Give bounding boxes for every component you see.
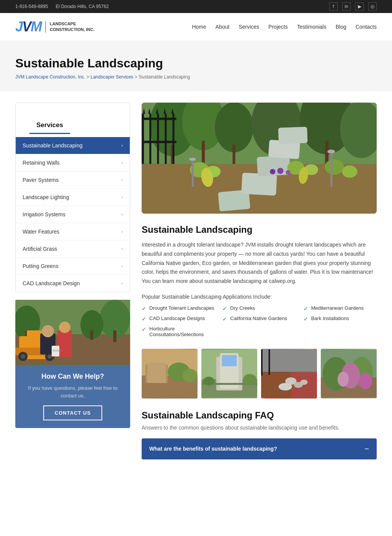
nav-blog[interactable]: Blog (336, 24, 346, 30)
svg-point-73 (270, 169, 275, 174)
menu-item-irrigation-systems[interactable]: Irrigation Systems › (16, 206, 130, 223)
facebook-icon[interactable]: f (329, 2, 338, 11)
menu-item-label: Water Features (23, 229, 59, 235)
popular-title: Popular Sustainable Landscaping Applicat… (142, 294, 377, 300)
logo-company-name: LANDSCAPECONSTRUCTION, INC. (45, 21, 95, 33)
gallery-image-4[interactable] (321, 349, 377, 399)
linkedin-icon[interactable]: in (342, 2, 351, 11)
svg-point-68 (189, 158, 196, 161)
nav-services[interactable]: Services (238, 24, 259, 30)
check-icon: ✓ (142, 326, 146, 332)
check-label: Dry Creeks (230, 305, 255, 311)
check-item-2: ✓ Dry Creeks (222, 305, 296, 312)
svg-rect-96 (268, 350, 270, 375)
menu-item-putting-greens[interactable]: Putting Greens › (16, 258, 130, 275)
nav-home[interactable]: Home (192, 24, 206, 30)
svg-point-93 (279, 383, 292, 390)
check-item-3: ✓ Mediterranean Gardens (304, 305, 377, 312)
check-item-4: ✓ CAD Landscape Designs (142, 315, 215, 322)
checklist: ✓ Drought Tolerant Landscapes ✓ Dry Cree… (142, 305, 377, 337)
check-label: California Native Gardens (230, 315, 287, 321)
svg-point-13 (47, 354, 52, 359)
check-item-6: ✓ Bark Installations (304, 315, 377, 322)
menu-item-label: Putting Greens (23, 263, 58, 269)
svg-point-94 (300, 380, 307, 385)
check-icon: ✓ (142, 306, 146, 312)
faq-collapse-icon: − (364, 444, 369, 453)
youtube-icon[interactable]: ▶ (355, 2, 364, 11)
check-icon: ✓ (222, 306, 227, 312)
nav-about[interactable]: About (216, 24, 230, 30)
check-icon: ✓ (222, 316, 227, 322)
svg-point-63 (325, 159, 344, 175)
main-content: Services Sustainable Landscaping › Retai… (0, 91, 392, 474)
svg-point-79 (183, 369, 198, 382)
chevron-right-icon: › (121, 263, 123, 269)
gallery-image-3[interactable] (261, 349, 317, 399)
menu-item-label: Artificial Grass (23, 246, 57, 252)
nav-testimonials[interactable]: Testimonials (297, 24, 327, 30)
faq-title: Sustainable Landscaping FAQ (142, 410, 377, 421)
svg-point-66 (327, 150, 335, 154)
svg-rect-58 (278, 127, 308, 144)
svg-rect-55 (241, 173, 277, 196)
check-item-5: ✓ California Native Gardens (222, 315, 296, 322)
svg-rect-17 (57, 330, 72, 357)
menu-item-artificial-grass[interactable]: Artificial Grass › (16, 240, 130, 258)
svg-rect-39 (142, 141, 176, 143)
gallery-image-2[interactable] (201, 349, 257, 399)
breadcrumb-sep2: > (134, 74, 139, 80)
menu-item-paver-systems[interactable]: Paver Systems › (16, 172, 130, 189)
svg-point-71 (277, 168, 283, 174)
menu-item-sustainable-landscaping[interactable]: Sustainable Landscaping › (16, 137, 130, 154)
phone-number[interactable]: 1-916-549-8895 (15, 4, 48, 9)
content-description: Interested in a drought tolerant landsca… (142, 240, 377, 286)
nav-projects[interactable]: Projects (268, 24, 288, 30)
help-box: Bobcat How Can We Help? If you have ques… (15, 300, 130, 428)
chevron-right-icon: › (121, 229, 123, 234)
chevron-right-icon: › (121, 212, 123, 217)
check-label: Bark Installations (311, 315, 349, 321)
check-icon: ✓ (142, 316, 146, 322)
menu-item-landscape-lighting[interactable]: Landscape Lighting › (16, 189, 130, 206)
svg-rect-67 (192, 160, 194, 187)
svg-rect-95 (261, 350, 263, 376)
svg-rect-7 (90, 330, 93, 340)
site-header: JVM LANDSCAPECONSTRUCTION, INC. Home Abo… (0, 13, 392, 41)
main-nav: Home About Services Projects Testimonial… (192, 24, 377, 30)
services-menu-title: Services (29, 115, 70, 134)
site-logo[interactable]: JVM LANDSCAPECONSTRUCTION, INC. (15, 19, 95, 35)
svg-point-64 (342, 165, 357, 178)
check-icon: ✓ (304, 316, 308, 322)
svg-rect-5 (113, 330, 116, 342)
contact-us-button[interactable]: CONTACT US (43, 405, 102, 420)
breadcrumb-home[interactable]: JVM Landscape Construction, Inc. (15, 74, 85, 80)
breadcrumb-parent[interactable]: Landscaper Services (90, 74, 133, 80)
page-title-area: Sustainable Landscaping JVM Landscape Co… (0, 41, 392, 91)
nav-contacts[interactable]: Contacts (356, 24, 377, 30)
check-label: Drought Tolerant Landscapes (149, 305, 214, 311)
instagram-icon[interactable]: ◎ (368, 2, 377, 11)
svg-rect-84 (222, 355, 237, 366)
chevron-right-icon: › (121, 246, 123, 252)
content-area: Sustainable Landscaping Interested in a … (142, 103, 377, 462)
faq-question-1[interactable]: What are the benefits of sustainable lan… (142, 438, 377, 459)
menu-item-cad-landscape[interactable]: CAD Landscape Design › (16, 275, 130, 292)
svg-rect-65 (330, 152, 332, 187)
menu-item-retaining-walls[interactable]: Retaining Walls › (16, 154, 130, 172)
svg-point-103 (359, 373, 372, 389)
svg-point-86 (203, 377, 214, 386)
check-label: CAD Landscape Designs (149, 315, 205, 321)
breadcrumb-current: Sustainable Landscaping (139, 74, 190, 80)
menu-item-label: Paver Systems (23, 177, 59, 183)
svg-rect-38 (142, 118, 176, 120)
svg-point-87 (243, 374, 256, 384)
check-label: Mediterranean Gardens (311, 305, 364, 311)
svg-point-72 (286, 170, 290, 175)
help-box-content: How Can We Help? If you have questions, … (15, 365, 130, 428)
menu-item-label: Retaining Walls (23, 160, 60, 166)
menu-item-water-features[interactable]: Water Features › (16, 223, 130, 240)
svg-point-11 (21, 354, 25, 359)
gallery-image-1[interactable] (142, 349, 198, 399)
check-icon: ✓ (304, 306, 308, 312)
